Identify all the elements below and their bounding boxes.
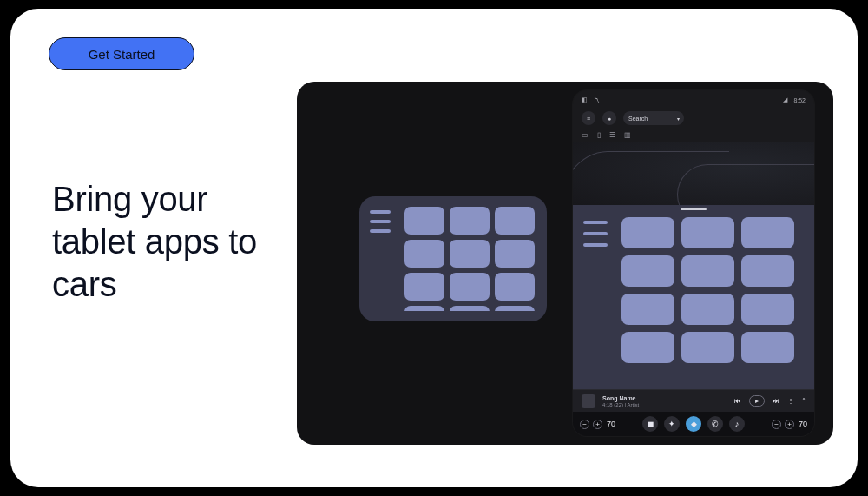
grid-tile <box>450 273 490 301</box>
skip-prev-icon[interactable]: ⏮ <box>734 397 741 405</box>
menu-line-icon <box>370 210 391 214</box>
song-subtitle: 4:18 (22) | Artist <box>602 402 639 407</box>
grid-tile <box>621 217 674 248</box>
menu-line-icon <box>370 220 391 223</box>
grid-tile <box>681 255 734 287</box>
grid-tile <box>741 255 794 287</box>
headline-text: Bring your tablet apps to cars <box>52 178 286 305</box>
tablet-mockup <box>359 196 547 321</box>
grid-tile <box>681 294 734 325</box>
grid-tile <box>450 240 490 268</box>
thermometer-icon: 〽 <box>594 97 600 103</box>
grid-tile <box>741 294 794 325</box>
get-started-label: Get Started <box>89 47 155 62</box>
phone-icon[interactable]: ✆ <box>707 416 723 432</box>
temp-left-value: 70 <box>607 420 615 428</box>
playback-controls: ⏮ ▸ ⏭ ⋮ ˄ <box>734 395 806 407</box>
now-playing-bar[interactable]: Song Name 4:18 (22) | Artist ⏮ ▸ ⏭ ⋮ ˄ <box>573 389 814 412</box>
menu-line-icon <box>370 229 391 233</box>
car-system-bar: − + 70 ◼ ✦ ◆ ✆ ♪ − + 70 <box>573 412 814 436</box>
drag-handle-icon[interactable] <box>681 208 707 210</box>
menu-line-icon <box>583 232 608 235</box>
grid-tile <box>495 207 535 235</box>
song-title: Song Name <box>602 395 639 401</box>
grid-tile <box>404 273 444 301</box>
grid-tile <box>621 255 674 287</box>
nav-icon[interactable]: ◆ <box>686 416 701 432</box>
clock-text: 8:52 <box>793 97 806 103</box>
play-icon[interactable]: ▸ <box>749 395 765 407</box>
signal-icon: ◢ <box>783 96 787 103</box>
skip-next-icon[interactable]: ⏭ <box>773 397 779 405</box>
album-art-icon <box>582 394 595 408</box>
apps-icon[interactable]: ◼ <box>642 416 658 432</box>
grid-tile <box>495 240 535 268</box>
music-icon[interactable]: ♪ <box>729 416 745 432</box>
grid-tile <box>450 207 490 235</box>
car-map-area[interactable] <box>573 142 814 205</box>
mic-icon[interactable]: ● <box>602 111 616 125</box>
assistant-icon[interactable]: ✦ <box>664 416 680 432</box>
presentation-card: Get Started Bring your tablet apps to ca… <box>10 9 858 487</box>
temp-down-button[interactable]: − <box>580 420 589 429</box>
car-display-mockup: ◧ 〽 ◢ 8:52 ≡ ● Search ▾ ▭ ▯ ☰ <box>573 90 814 436</box>
grid-tile <box>495 273 535 301</box>
grid-tile <box>741 217 794 248</box>
car-app-grid <box>621 217 794 363</box>
menu-icon[interactable]: ≡ <box>582 111 595 125</box>
grid-tile <box>404 306 444 311</box>
chevron-down-icon: ▾ <box>677 116 680 122</box>
temp-down-button[interactable]: − <box>772 420 781 429</box>
chevron-up-icon[interactable]: ˄ <box>802 397 806 405</box>
get-started-button[interactable]: Get Started <box>49 37 194 70</box>
car-app-sidebar <box>583 217 618 380</box>
grid-tile <box>681 217 734 248</box>
grid-tile <box>621 294 674 325</box>
grid-tile <box>404 207 444 235</box>
menu-line-icon <box>583 243 608 247</box>
tablet-grid <box>404 207 535 311</box>
temp-up-button[interactable]: + <box>785 420 794 429</box>
tablet-sidebar <box>370 207 399 311</box>
grid-tile <box>621 332 674 363</box>
menu-line-icon <box>583 221 608 224</box>
dashboard-icon: ◧ <box>582 96 588 103</box>
more-vert-icon[interactable]: ⋮ <box>787 397 794 405</box>
car-nav-icons: ▭ ▯ ☰ ▥ <box>573 129 814 141</box>
grid-tile <box>495 306 535 311</box>
grid-tile <box>404 240 444 268</box>
car-toolbar: ≡ ● Search ▾ <box>573 108 814 129</box>
grid-tile <box>741 332 794 363</box>
car-app-area <box>573 205 814 389</box>
car-status-bar: ◧ 〽 ◢ 8:52 <box>573 90 814 106</box>
car-icon[interactable]: ▭ <box>582 131 589 139</box>
temp-up-button[interactable]: + <box>593 420 602 429</box>
gas-icon[interactable]: ▯ <box>597 131 601 139</box>
grid-tile <box>450 306 490 311</box>
search-placeholder: Search <box>628 116 648 122</box>
more-icon[interactable]: ▥ <box>624 131 631 139</box>
device-showcase-panel: ◧ 〽 ◢ 8:52 ≡ ● Search ▾ ▭ ▯ ☰ <box>297 82 833 445</box>
search-input[interactable]: Search ▾ <box>623 111 684 125</box>
temp-right-value: 70 <box>799 420 807 428</box>
restaurant-icon[interactable]: ☰ <box>609 131 615 139</box>
grid-tile <box>681 332 734 363</box>
